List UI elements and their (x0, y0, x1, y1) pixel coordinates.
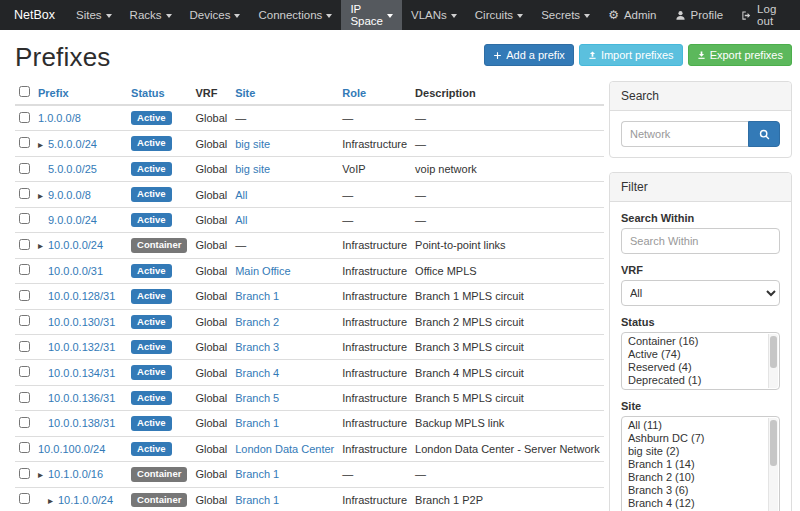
site-cell: All (231, 182, 338, 207)
prefix-link[interactable]: 10.0.0.130/31 (48, 316, 115, 328)
site-listbox[interactable]: All (11)Ashburn DC (7)big site (2)Branch… (621, 416, 780, 511)
status-badge: Active (131, 162, 172, 176)
import-prefixes-button[interactable]: Import prefixes (579, 44, 683, 66)
table-row: 10.0.0.132/31ActiveGlobalBranch 3Infrast… (15, 334, 604, 359)
site-link[interactable]: Branch 1 (235, 494, 279, 506)
nav-item-vlans[interactable]: VLANs (402, 0, 466, 30)
site-link[interactable]: Branch 1 (235, 468, 279, 480)
scrollbar-thumb[interactable] (770, 336, 777, 368)
listbox-option[interactable]: Branch 3 (6) (624, 484, 766, 497)
sort-role-header[interactable]: Role (342, 87, 366, 99)
listbox-option[interactable]: Container (16) (624, 335, 766, 348)
site-link[interactable]: Branch 3 (235, 341, 279, 353)
listbox-option[interactable]: Branch 4 (12) (624, 497, 766, 510)
site-link[interactable]: big site (235, 138, 270, 150)
row-checkbox[interactable] (19, 442, 30, 453)
prefix-link[interactable]: 10.0.100.0/24 (38, 443, 105, 455)
nav-item-racks[interactable]: Racks (121, 0, 181, 30)
listbox-option[interactable]: Deprecated (1) (624, 374, 766, 387)
search-within-input[interactable] (621, 228, 780, 254)
status-listbox[interactable]: Container (16)Active (74)Reserved (4)Dep… (621, 332, 780, 390)
row-checkbox[interactable] (19, 112, 30, 123)
row-checkbox[interactable] (19, 213, 30, 224)
prefix-link[interactable]: 10.0.0.134/31 (48, 367, 115, 379)
scrollbar[interactable] (768, 418, 778, 511)
listbox-option[interactable]: Reserved (4) (624, 361, 766, 374)
add-prefix-button[interactable]: Add a prefix (484, 44, 574, 66)
nav-item-ip-space[interactable]: IP Space (341, 0, 402, 30)
expand-icon[interactable]: ▸ (38, 139, 48, 150)
expand-icon[interactable]: ▸ (48, 495, 58, 506)
site-link[interactable]: Branch 1 (235, 417, 279, 429)
prefix-link[interactable]: 5.0.0.0/24 (48, 138, 97, 150)
row-checkbox[interactable] (19, 468, 30, 479)
row-checkbox[interactable] (19, 163, 30, 174)
description-cell: — (411, 462, 604, 487)
listbox-option[interactable]: big site (2) (624, 445, 766, 458)
expand-icon[interactable]: ▸ (38, 469, 48, 480)
row-checkbox[interactable] (19, 366, 30, 377)
row-checkbox[interactable] (19, 239, 30, 250)
sort-status-header[interactable]: Status (131, 87, 165, 99)
listbox-option[interactable]: All (11) (624, 419, 766, 432)
prefix-link[interactable]: 1.0.0.0/8 (38, 112, 81, 124)
nav-item-admin[interactable]: ⚙ Admin (599, 0, 665, 30)
site-link[interactable]: big site (235, 163, 270, 175)
prefix-link[interactable]: 10.0.0.0/24 (48, 239, 103, 251)
nav-item-secrets[interactable]: Secrets (532, 0, 599, 30)
row-checkbox[interactable] (19, 188, 30, 199)
listbox-option[interactable]: Branch 1 (14) (624, 458, 766, 471)
search-button[interactable] (748, 121, 780, 147)
nav-item-devices[interactable]: Devices (181, 0, 250, 30)
row-checkbox[interactable] (19, 392, 30, 403)
select-all-checkbox[interactable] (19, 86, 30, 97)
listbox-option[interactable]: Ashburn DC (7) (624, 432, 766, 445)
prefix-link[interactable]: 10.1.0.0/24 (58, 494, 113, 506)
site-link[interactable]: Main Office (235, 265, 290, 277)
nav-item-circuits[interactable]: Circuits (466, 0, 532, 30)
prefix-link[interactable]: 5.0.0.0/25 (48, 163, 97, 175)
row-checkbox[interactable] (19, 137, 30, 148)
site-link[interactable]: All (235, 189, 247, 201)
prefix-link[interactable]: 10.0.0.128/31 (48, 290, 115, 302)
row-checkbox[interactable] (19, 341, 30, 352)
scrollbar[interactable] (768, 334, 778, 388)
prefix-link[interactable]: 10.0.0.136/31 (48, 392, 115, 404)
row-checkbox[interactable] (19, 493, 30, 504)
vrf-cell: Global (191, 411, 231, 436)
prefix-link[interactable]: 10.1.0.0/16 (48, 468, 103, 480)
description-cell: voip network (411, 156, 604, 181)
sort-site-header[interactable]: Site (235, 87, 255, 99)
scrollbar-thumb[interactable] (770, 420, 777, 466)
site-link[interactable]: Branch 4 (235, 367, 279, 379)
site-link[interactable]: Branch 1 (235, 290, 279, 302)
site-link[interactable]: All (235, 214, 247, 226)
vrf-cell: Global (191, 360, 231, 385)
listbox-option[interactable]: Branch 2 (10) (624, 471, 766, 484)
prefix-link[interactable]: 9.0.0.0/8 (48, 189, 91, 201)
sort-prefix-header[interactable]: Prefix (38, 87, 69, 99)
nav-item-sites[interactable]: Sites (67, 0, 121, 30)
search-input[interactable] (621, 121, 748, 147)
row-checkbox[interactable] (19, 264, 30, 275)
row-checkbox[interactable] (19, 315, 30, 326)
brand[interactable]: NetBox (8, 0, 67, 30)
prefix-link[interactable]: 10.0.0.0/31 (48, 265, 103, 277)
prefix-link[interactable]: 10.0.0.132/31 (48, 341, 115, 353)
nav-item-connections[interactable]: Connections (249, 0, 341, 30)
site-link[interactable]: Branch 2 (235, 316, 279, 328)
row-checkbox[interactable] (19, 290, 30, 301)
nav-item-logout[interactable]: Log out (732, 0, 792, 30)
expand-icon[interactable]: ▸ (38, 240, 48, 251)
listbox-option[interactable]: Active (74) (624, 348, 766, 361)
prefix-link[interactable]: 10.0.0.138/31 (48, 417, 115, 429)
table-row: 10.0.0.130/31ActiveGlobalBranch 2Infrast… (15, 309, 604, 334)
expand-icon[interactable]: ▸ (38, 190, 48, 201)
site-link[interactable]: Branch 5 (235, 392, 279, 404)
nav-item-profile[interactable]: Profile (666, 0, 733, 30)
prefix-link[interactable]: 9.0.0.0/24 (48, 214, 97, 226)
export-prefixes-button[interactable]: Export prefixes (688, 44, 792, 66)
vrf-select[interactable]: All (621, 280, 780, 306)
site-link[interactable]: London Data Center (235, 443, 334, 455)
row-checkbox[interactable] (19, 417, 30, 428)
